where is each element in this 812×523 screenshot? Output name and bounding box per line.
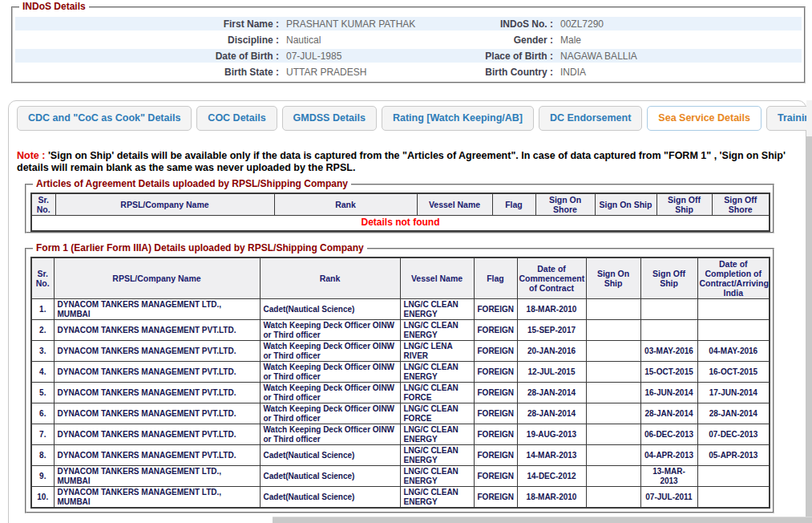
column-header-rpsl-company-name: RPSL/Company Name xyxy=(55,193,274,216)
note-body: 'Sign on Ship' details will be available… xyxy=(17,150,786,173)
table-row: 3.DYNACOM TANKERS MANAGEMENT PVT.LTD.Wat… xyxy=(31,341,770,362)
cell-date-completion xyxy=(697,320,770,341)
table-row: 5.DYNACOM TANKERS MANAGEMENT PVT.LTD.Wat… xyxy=(31,383,770,403)
column-header-sr-no: Sr. No. xyxy=(31,193,55,216)
column-header-sign-on-shore: Sign On Shore xyxy=(535,193,595,216)
vertical-scrollbar-thumb[interactable] xyxy=(806,136,812,523)
cell-sr-no: 10. xyxy=(31,487,54,509)
cell-company-name: DYNACOM TANKERS MANAGEMENT PVT.LTD. xyxy=(54,445,260,466)
column-header-sign-off-shore: Sign Off Shore xyxy=(712,193,770,216)
tab-gmdss-details[interactable]: GMDSS Details xyxy=(282,106,377,131)
cell-rank: Watch Keeping Deck Officer OINW or Third… xyxy=(260,383,400,403)
cell-sign-on-ship xyxy=(586,320,640,341)
cell-date-commencement: 15-SEP-2017 xyxy=(517,320,586,341)
field-value-discipline: Nautical xyxy=(286,34,451,46)
tab-training-details[interactable]: Training Details xyxy=(766,106,812,131)
column-header-sign-on-ship: Sign On Ship xyxy=(595,193,656,216)
cell-vessel-name: LNG/C CLEAN ENERGY xyxy=(400,445,474,466)
cell-sign-on-ship xyxy=(586,383,640,403)
horizontal-scrollbar-thumb[interactable] xyxy=(273,517,812,523)
column-header-date-of-commencement-of-contract: Date of Commencement of Contract xyxy=(517,257,586,299)
field-label-birth-country: Birth Country : xyxy=(451,67,560,78)
cell-flag: FOREIGN xyxy=(474,299,517,320)
cell-company-name: DYNACOM TANKERS MANAGEMENT PVT.LTD. xyxy=(54,403,260,424)
cell-rank: Cadet(Nautical Science) xyxy=(260,487,400,509)
tab-cdc-and-coc-as-cook-details[interactable]: CDC and "CoC as Cook" Details xyxy=(17,106,192,131)
field-value-first-name: PRASHANT KUMAR PATHAK xyxy=(286,18,451,30)
cell-date-completion: 28-JAN-2014 xyxy=(697,403,770,424)
cell-company-name: DYNACOM TANKERS MANAGEMENT LTD., MUMBAI xyxy=(54,466,260,487)
note-label: Note : xyxy=(17,150,45,161)
note-text: Note : 'Sign on Ship' details will be av… xyxy=(17,150,802,174)
cell-company-name: DYNACOM TANKERS MANAGEMENT LTD., MUMBAI xyxy=(54,487,260,509)
field-label-gender: Gender : xyxy=(451,34,560,46)
cell-date-commencement: 18-MAR-2010 xyxy=(517,299,586,320)
cell-date-commencement: 18-MAR-2010 xyxy=(517,487,586,509)
indos-detail-row: Birth State :UTTAR PRADESHBirth Country … xyxy=(15,65,802,79)
cell-sign-off-ship: 04-APR-2013 xyxy=(640,445,697,466)
cell-sr-no: 1. xyxy=(31,299,54,320)
field-value-place-of-birth: NAGAWA BALLIA xyxy=(560,51,802,62)
column-header-sign-off-ship: Sign Off Ship xyxy=(656,193,712,216)
cell-date-commencement: 28-JAN-2014 xyxy=(517,403,586,424)
tab-coc-details[interactable]: COC Details xyxy=(196,106,277,131)
cell-vessel-name: LNG/C CLEAN ENERGY xyxy=(400,299,474,320)
table-row: 2.DYNACOM TANKERS MANAGEMENT PVT.LTD.Wat… xyxy=(31,320,770,341)
table-row: Details not found xyxy=(31,216,770,231)
field-label-date-of-birth: Date of Birth : xyxy=(15,51,286,62)
indos-detail-row: Discipline :NauticalGender :Male xyxy=(15,33,802,47)
cell-date-completion xyxy=(697,487,770,509)
cell-sr-no: 7. xyxy=(31,424,54,445)
cell-sign-off-ship xyxy=(640,299,697,320)
cell-sign-off-ship: 28-JAN-2014 xyxy=(640,403,697,424)
column-header-rpsl-company-name: RPSL/Company Name xyxy=(54,257,260,299)
cell-sign-on-ship xyxy=(586,466,640,487)
cell-rank: Watch Keeping Deck Officer OINW or Third… xyxy=(260,424,400,445)
table-row: 9.DYNACOM TANKERS MANAGEMENT LTD., MUMBA… xyxy=(31,466,770,487)
cell-company-name: DYNACOM TANKERS MANAGEMENT PVT.LTD. xyxy=(54,424,260,445)
cell-rank: Watch Keeping Deck Officer OINW or Third… xyxy=(260,341,400,362)
vertical-scrollbar-track[interactable] xyxy=(806,100,812,523)
form1-legend: Form 1 (Earlier Form IIIA) Details uploa… xyxy=(33,242,367,253)
table-row: 10.DYNACOM TANKERS MANAGEMENT LTD., MUMB… xyxy=(31,487,770,509)
cell-date-commencement: 28-JAN-2014 xyxy=(517,383,586,403)
cell-sign-on-ship xyxy=(586,403,640,424)
cell-sign-on-ship xyxy=(586,445,640,466)
articles-table: Sr. No.RPSL/Company NameRankVessel NameF… xyxy=(30,193,770,232)
cell-sign-off-ship: 16-JUN-2014 xyxy=(640,383,697,403)
cell-vessel-name: LNG/C CLEAN ENERGY xyxy=(400,466,474,487)
field-value-gender: Male xyxy=(560,34,802,46)
tab-rating-watch-keeping-ab[interactable]: Rating [Watch Keeping/AB] xyxy=(382,106,534,131)
form1-table: Sr. No.RPSL/Company NameRankVessel NameF… xyxy=(30,257,770,509)
cell-flag: FOREIGN xyxy=(474,403,517,424)
cell-flag: FOREIGN xyxy=(474,362,517,383)
tab-dc-endorsement[interactable]: DC Endorsement xyxy=(539,106,642,131)
cell-sign-on-ship xyxy=(586,341,640,362)
cell-sr-no: 4. xyxy=(31,362,54,383)
cell-date-completion xyxy=(697,466,770,487)
cell-sign-off-ship: 13-MAR-2013 xyxy=(640,466,697,487)
cell-sign-off-ship: 03-MAY-2016 xyxy=(640,341,697,362)
cell-flag: FOREIGN xyxy=(474,383,517,403)
cell-company-name: DYNACOM TANKERS MANAGEMENT PVT.LTD. xyxy=(54,341,260,362)
cell-sr-no: 2. xyxy=(31,320,54,341)
indos-details-grid: First Name :PRASHANT KUMAR PATHAKINDoS N… xyxy=(13,8,804,79)
articles-legend: Articles of Agreement Details uploaded b… xyxy=(33,178,351,189)
form1-header-row: Sr. No.RPSL/Company NameRankVessel NameF… xyxy=(31,257,770,299)
field-label-discipline: Discipline : xyxy=(15,34,286,46)
cell-rank: Watch Keeping Deck Officer OINW or Third… xyxy=(260,320,400,341)
tab-sea-service-details[interactable]: Sea Service Details xyxy=(647,106,762,131)
cell-date-commencement: 14-DEC-2012 xyxy=(517,466,586,487)
cell-sr-no: 3. xyxy=(31,341,54,362)
cell-flag: FOREIGN xyxy=(474,424,517,445)
cell-date-commencement: 14-MAR-2013 xyxy=(517,445,586,466)
cell-date-commencement: 19-AUG-2013 xyxy=(517,424,586,445)
cell-flag: FOREIGN xyxy=(474,466,517,487)
cell-date-completion xyxy=(697,299,770,320)
column-header-sign-off-ship: Sign Off Ship xyxy=(640,257,697,299)
cell-sign-on-ship xyxy=(586,424,640,445)
cell-sr-no: 6. xyxy=(31,403,54,424)
empty-message: Details not found xyxy=(31,216,770,231)
cell-sign-off-ship: 15-OCT-2015 xyxy=(640,362,697,383)
column-header-rank: Rank xyxy=(274,193,417,216)
